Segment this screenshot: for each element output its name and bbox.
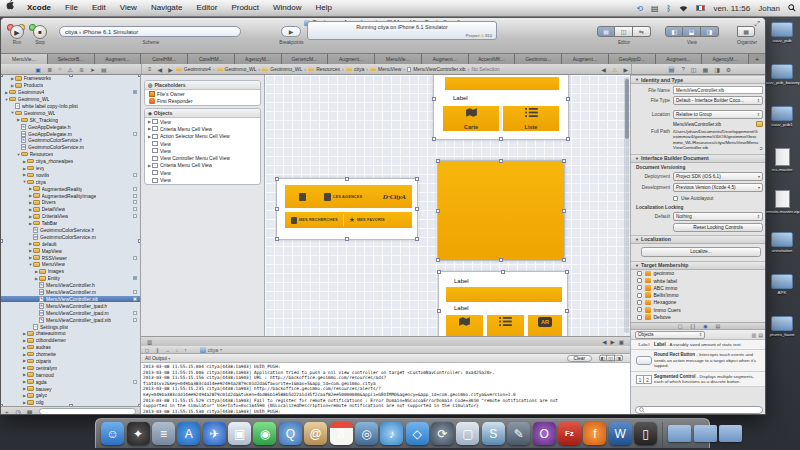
localize-button[interactable]: Localize...	[641, 247, 761, 257]
target-row-abc-immo[interactable]: ABC immo	[631, 284, 766, 291]
object-item-3[interactable]: View	[145, 140, 260, 147]
navigator-row-geoimmocolorservice-m[interactable]: mGeoimmoColorService.m	[1, 144, 140, 151]
canvas-resize-icon[interactable]: ▣	[619, 339, 624, 345]
resize-handle[interactable]	[499, 258, 503, 262]
clear-console-button[interactable]: Clear	[567, 355, 592, 362]
dock-icon-database-app[interactable]: S	[482, 422, 505, 445]
ar-button[interactable]: AR AR	[528, 315, 562, 336]
file-template-library-icon[interactable]: ▢	[678, 323, 683, 329]
dock-icon-developer-tools[interactable]: ✎	[507, 422, 530, 445]
folder-picker-icon[interactable]	[756, 121, 763, 127]
location-popup[interactable]: Relative to Group⇕	[673, 110, 763, 119]
resize-handle[interactable]	[566, 137, 570, 141]
organizer-button[interactable]: ▦	[737, 26, 755, 37]
breadcrumb-item-2[interactable]: Geoimmo_WL	[262, 66, 302, 72]
target-checkbox[interactable]	[637, 307, 642, 312]
navigator-row-mapview[interactable]: ▶MapView	[1, 247, 140, 254]
navigator-row-augmentedrealityimage[interactable]: ▶AugmentedRealityImage	[1, 192, 140, 199]
zoom-out-icon[interactable]: ◀	[602, 339, 606, 345]
window-titlebar[interactable]: Geoimmov4.xcodeproj — MenuViewController…	[1, 18, 765, 54]
tab-add-button[interactable]: +	[749, 54, 765, 64]
navigator-row-agda[interactable]: ▶agda	[1, 378, 140, 385]
objects-header[interactable]: ◈Objects	[145, 109, 260, 118]
navigator-row-menuviewcontroller-ipad-h[interactable]: hMenuViewController_ipad.h	[1, 302, 140, 309]
navigator-row-menuviewcontroller-m[interactable]: mMenuViewController.m	[1, 289, 140, 296]
issue-navigator-icon[interactable]: ⚠	[68, 66, 73, 73]
object-item-0[interactable]: ▶View	[145, 118, 260, 125]
dock-item-first-responder[interactable]: ↑First Responder	[145, 97, 260, 104]
resize-handle[interactable]	[562, 209, 566, 213]
library-item-label[interactable]: LabelLabel - A variably sized amount of …	[631, 340, 766, 350]
resize-handle[interactable]	[562, 159, 566, 163]
liste-button[interactable]: Liste	[503, 106, 559, 131]
target-row-white-label[interactable]: white label	[631, 277, 766, 284]
editor-assistant-icon[interactable]: ◫	[615, 26, 633, 37]
target-row-immo-cuers[interactable]: Immo Cuers	[631, 306, 766, 313]
menu-item-editor[interactable]: Editor	[189, 0, 224, 16]
breadcrumb-item-4[interactable]: citya	[346, 66, 364, 72]
top-view-title-bar[interactable]	[445, 77, 559, 90]
resize-handle[interactable]	[415, 207, 419, 211]
console-view-segment[interactable]: ◧◫◨	[599, 355, 623, 361]
sync-menu-icon[interactable]: ⟲	[632, 4, 647, 13]
resize-handle[interactable]	[436, 159, 440, 163]
menu-item-help[interactable]: Help	[308, 0, 338, 16]
ib-document-header[interactable]: ▼Interface Builder Document	[631, 154, 766, 163]
dock-icon-mobile-device[interactable]: ▯	[634, 422, 657, 445]
development-popup[interactable]: Previous Version (Xcode 4.5)▾	[673, 183, 763, 192]
target-checkbox[interactable]	[637, 293, 642, 298]
menu-item-view[interactable]: View	[113, 0, 144, 16]
step-into-icon[interactable]: ↓	[176, 347, 179, 353]
dock-icon-filezilla[interactable]: Fz	[558, 422, 581, 445]
carte-button[interactable]: Carte	[443, 106, 499, 131]
identity-inspector-icon[interactable]: ◫	[691, 66, 697, 73]
fullscreen-icon[interactable]: ⤢	[754, 20, 760, 28]
object-item-1[interactable]: ▶Criteria Menu Cell View	[145, 125, 260, 132]
scheme-selector[interactable]: citya › iPhone 6.1 Simulator	[59, 26, 241, 37]
dock-folder-2[interactable]	[719, 425, 742, 442]
navigator-row-geoimmov4[interactable]: ▶Geoimmov4	[1, 89, 140, 96]
library-search-field[interactable]	[635, 406, 763, 414]
process-chip[interactable]: citya ▾	[200, 347, 222, 353]
navigator-row-chomette[interactable]: ▶chomette	[1, 351, 140, 358]
dock-icon-quicktime[interactable]: Q	[279, 422, 302, 445]
tab-6[interactable]: GenericM...	[282, 54, 329, 64]
file-name-field[interactable]: MenuViewController.xib	[673, 86, 763, 94]
library-item-round-rect-button[interactable]: Round Rect Button - Intercepts touch eve…	[631, 350, 766, 371]
object-item-7[interactable]: View	[145, 169, 260, 176]
placeholders-header[interactable]: ◎Placeholders	[145, 81, 260, 90]
reset-locking-button[interactable]: Reset Locking Controls	[673, 223, 763, 232]
navigator-row-augmentedreality[interactable]: ▶AugmentedReality	[1, 185, 140, 192]
resize-handle[interactable]	[499, 137, 503, 141]
dock-icon-word[interactable]: W	[609, 422, 632, 445]
breakpoints-button[interactable]: ▶	[281, 26, 301, 37]
library-item-segmented-control[interactable]: 12Segmented Control - Displays multiple …	[631, 372, 766, 388]
activity-issues[interactable]: Project ⚠310	[466, 33, 492, 38]
menu-item-edit[interactable]: Edit	[85, 0, 113, 16]
target-checkbox[interactable]	[637, 285, 642, 290]
top-view-label[interactable]: Label	[453, 95, 468, 101]
dock-icon-cube-app[interactable]: ▢	[456, 422, 479, 445]
dock-icon-launchpad[interactable]: ✦	[127, 422, 150, 445]
resize-handle[interactable]	[1, 239, 3, 243]
navigator-row-divers[interactable]: ▶Divers	[1, 199, 140, 206]
editor-standard-icon[interactable]: ▤	[597, 26, 615, 37]
resize-handle[interactable]	[436, 258, 440, 262]
run-button[interactable]: ▶	[10, 25, 24, 39]
dock-folder-1[interactable]	[694, 425, 717, 442]
menu-item-product[interactable]: Product	[224, 0, 266, 16]
spotlight-icon[interactable]	[784, 4, 800, 12]
resize-handle[interactable]	[501, 270, 505, 274]
target-row-debove[interactable]: Debove	[631, 313, 766, 320]
resize-handle[interactable]	[275, 177, 279, 181]
menu-row-agences[interactable]: LES AGENCES D·CityA	[285, 185, 412, 208]
dock-icon-photo-booth[interactable]: ◎	[355, 422, 378, 445]
navigator-search-field[interactable]	[39, 408, 136, 415]
output-filter-popup[interactable]: All Output ▾	[145, 355, 170, 361]
navigator-row-detailview[interactable]: ▶DetailView	[1, 206, 140, 213]
canvas-view-yellow[interactable]	[437, 160, 565, 261]
target-checkbox[interactable]	[637, 300, 642, 305]
liste-button-2[interactable]: Liste	[487, 315, 524, 336]
canvas-view-bottom[interactable]: Label Label Carte Liste AR AR	[438, 271, 568, 336]
target-row-bellis-immo[interactable]: Bellis'immo	[631, 292, 766, 299]
